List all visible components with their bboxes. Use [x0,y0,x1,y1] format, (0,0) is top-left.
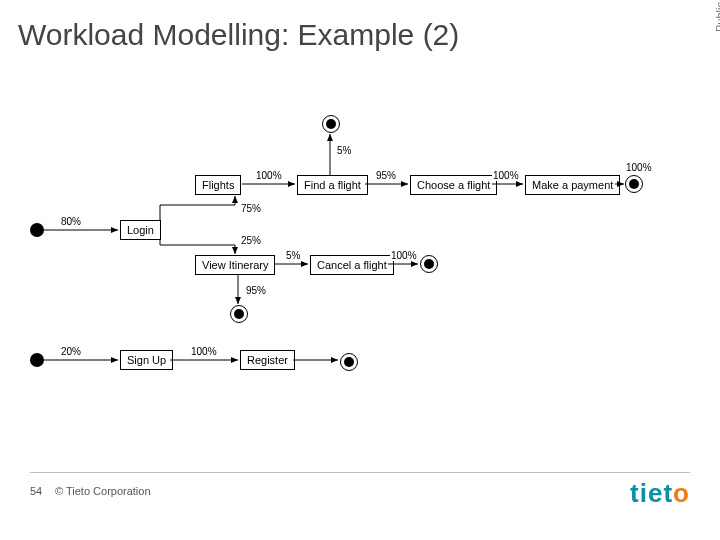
brand-logo: tieto [630,478,690,509]
page-title: Workload Modelling: Example (2) [18,18,459,52]
page-number: 54 [30,485,42,497]
copyright-text: © Tieto Corporation [55,485,151,497]
classification-label: Public [714,2,720,32]
diagram-arrows [30,110,690,410]
logo-text: tiet [630,478,673,508]
footer-divider [30,472,690,473]
logo-dot: o [673,478,690,508]
workload-diagram: Login Flights Find a flight Choose a fli… [30,110,690,410]
